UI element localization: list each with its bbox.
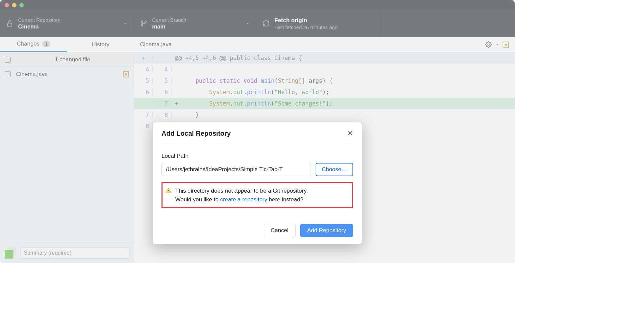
dialog-body: Local Path Choose… This directory does n…: [153, 144, 362, 217]
not-a-repo-warning: This directory does not appear to be a G…: [162, 182, 353, 208]
app-window: Current Repository Cinema Current Branch…: [0, 0, 515, 263]
dialog-header: Add Local Repository ✕: [153, 122, 362, 144]
create-repository-link[interactable]: create a repository: [220, 196, 267, 203]
close-icon: ✕: [347, 129, 353, 137]
dialog-footer: Cancel Add Repository: [153, 217, 362, 244]
warning-text: This directory does not appear to be a G…: [175, 187, 308, 204]
modal-overlay: Add Local Repository ✕ Local Path Choose…: [0, 0, 515, 263]
local-path-input[interactable]: [162, 163, 311, 176]
add-local-repository-dialog: Add Local Repository ✕ Local Path Choose…: [152, 122, 362, 244]
choose-path-button[interactable]: Choose…: [316, 163, 353, 176]
add-repository-button[interactable]: Add Repository: [300, 224, 353, 237]
svg-rect-8: [168, 190, 169, 191]
dialog-close-button[interactable]: ✕: [347, 129, 353, 138]
svg-rect-9: [168, 192, 169, 192]
warning-icon: [165, 187, 172, 194]
cancel-button[interactable]: Cancel: [264, 224, 296, 237]
dialog-title: Add Local Repository: [162, 130, 231, 137]
local-path-label: Local Path: [162, 153, 353, 159]
